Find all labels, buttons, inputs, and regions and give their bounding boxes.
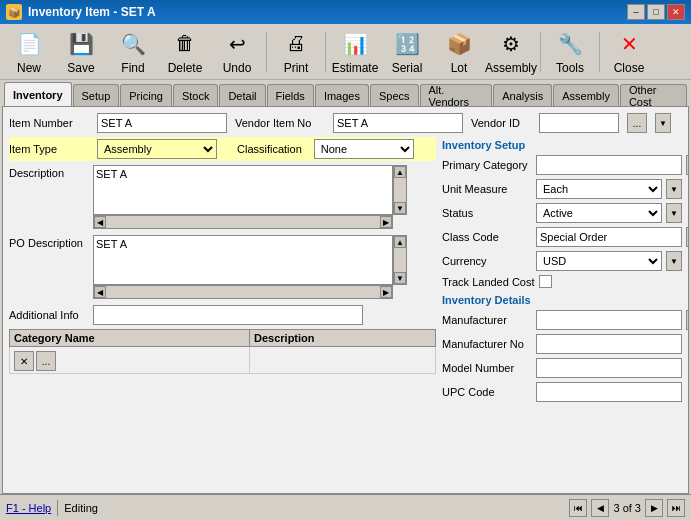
po-scroll-left[interactable]: ◀ xyxy=(94,286,106,298)
window-controls: – □ ✕ xyxy=(627,4,685,20)
cat-dots-button[interactable]: ... xyxy=(36,351,56,371)
manufacturer-label: Manufacturer xyxy=(442,314,532,326)
po-scroll-down[interactable]: ▼ xyxy=(394,272,406,284)
desc-scroll-right[interactable]: ▶ xyxy=(380,216,392,228)
primary-category-label: Primary Category xyxy=(442,159,532,171)
manufacturer-row: Manufacturer ... ▼ xyxy=(442,310,682,330)
manufacturer-dots-button[interactable]: ... xyxy=(686,310,689,330)
assembly-icon: ⚙ xyxy=(496,29,526,59)
desc-scroll-up[interactable]: ▲ xyxy=(394,166,406,178)
item-type-select[interactable]: Assembly xyxy=(97,139,217,159)
desc-scroll-down[interactable]: ▼ xyxy=(394,202,406,214)
po-description-textarea[interactable]: SET A xyxy=(93,235,393,285)
manufacturer-no-label: Manufacturer No xyxy=(442,338,532,350)
manufacturer-no-input[interactable] xyxy=(536,334,682,354)
undo-button[interactable]: ↩ Undo xyxy=(212,27,262,77)
delete-icon: 🗑 xyxy=(170,29,200,59)
currency-select[interactable]: USD xyxy=(536,251,662,271)
tab-fields[interactable]: Fields xyxy=(267,84,314,106)
nav-first-button[interactable]: ⏮ xyxy=(569,499,587,517)
cat-delete-button[interactable]: ✕ xyxy=(14,351,34,371)
unit-measure-dropdown[interactable]: ▼ xyxy=(666,179,682,199)
navigation-controls: ⏮ ◀ 3 of 3 ▶ ⏭ xyxy=(569,499,685,517)
tab-images[interactable]: Images xyxy=(315,84,369,106)
tab-pricing[interactable]: Pricing xyxy=(120,84,172,106)
description-textarea[interactable]: SET A xyxy=(93,165,393,215)
tab-stock[interactable]: Stock xyxy=(173,84,219,106)
status-select[interactable]: Active xyxy=(536,203,662,223)
currency-dropdown[interactable]: ▼ xyxy=(666,251,682,271)
class-code-dots-button[interactable]: ... xyxy=(686,227,689,247)
unit-measure-label: Unit Measure xyxy=(442,183,532,195)
status-label: Status xyxy=(442,207,532,219)
title-bar: 📦 Inventory Item - SET A – □ ✕ xyxy=(0,0,691,24)
toolbar-sep-2 xyxy=(325,32,326,72)
save-icon: 💾 xyxy=(66,29,96,59)
po-scroll-right[interactable]: ▶ xyxy=(380,286,392,298)
tab-alt-vendors[interactable]: Alt. Vendors xyxy=(420,84,493,106)
find-button[interactable]: 🔍 Find xyxy=(108,27,158,77)
estimate-icon: 📊 xyxy=(340,29,370,59)
additional-info-input[interactable] xyxy=(93,305,363,325)
vendor-id-label: Vendor ID xyxy=(471,117,531,129)
toolbar-sep-1 xyxy=(266,32,267,72)
minimize-button[interactable]: – xyxy=(627,4,645,20)
maximize-button[interactable]: □ xyxy=(647,4,665,20)
vendor-id-input[interactable] xyxy=(539,113,619,133)
nav-prev-button[interactable]: ◀ xyxy=(591,499,609,517)
new-icon: 📄 xyxy=(14,29,44,59)
model-number-input[interactable] xyxy=(536,358,682,378)
find-icon: 🔍 xyxy=(118,29,148,59)
close-toolbar-icon: ✕ xyxy=(614,29,644,59)
tab-analysis[interactable]: Analysis xyxy=(493,84,552,106)
vendor-item-input[interactable] xyxy=(333,113,463,133)
close-toolbar-button[interactable]: ✕ Close xyxy=(604,27,654,77)
primary-category-input[interactable] xyxy=(536,155,682,175)
window-title: Inventory Item - SET A xyxy=(28,5,156,19)
tab-setup[interactable]: Setup xyxy=(73,84,120,106)
class-code-input[interactable] xyxy=(536,227,682,247)
upc-code-input[interactable] xyxy=(536,382,682,402)
table-row: ✕ ... xyxy=(10,347,436,374)
category-table: Category Name Description ✕ ... xyxy=(9,329,436,374)
lot-button[interactable]: 📦 Lot xyxy=(434,27,484,77)
classification-label: Classification xyxy=(237,143,302,155)
classification-select[interactable]: None xyxy=(314,139,414,159)
po-scroll-up[interactable]: ▲ xyxy=(394,236,406,248)
track-landed-cost-checkbox[interactable] xyxy=(539,275,552,288)
serial-button[interactable]: 🔢 Serial xyxy=(382,27,432,77)
print-button[interactable]: 🖨 Print xyxy=(271,27,321,77)
primary-category-dropdown[interactable]: ▼ xyxy=(686,155,689,175)
nav-last-button[interactable]: ⏭ xyxy=(667,499,685,517)
inventory-details-title: Inventory Details xyxy=(442,294,682,306)
vendor-id-dropdown-button[interactable]: ▼ xyxy=(655,113,671,133)
save-button[interactable]: 💾 Save xyxy=(56,27,106,77)
status-dropdown[interactable]: ▼ xyxy=(666,203,682,223)
main-content: Item Number Vendor Item No Vendor ID ...… xyxy=(2,106,689,494)
unit-measure-select[interactable]: Each xyxy=(536,179,662,199)
desc-scroll-left[interactable]: ◀ xyxy=(94,216,106,228)
close-button[interactable]: ✕ xyxy=(667,4,685,20)
currency-row: Currency USD ▼ xyxy=(442,251,682,271)
status-editing: Editing xyxy=(64,502,98,514)
nav-next-button[interactable]: ▶ xyxy=(645,499,663,517)
tab-inventory[interactable]: Inventory xyxy=(4,82,72,106)
status-sep-1 xyxy=(57,500,58,516)
assembly-button[interactable]: ⚙ Assembly xyxy=(486,27,536,77)
left-panel: Item Type Assembly Classification None D… xyxy=(9,137,436,406)
item-number-input[interactable] xyxy=(97,113,227,133)
tab-assembly[interactable]: Assembly xyxy=(553,84,619,106)
track-landed-cost-row: Track Landed Cost xyxy=(442,275,682,288)
tab-detail[interactable]: Detail xyxy=(219,84,265,106)
help-link[interactable]: F1 - Help xyxy=(6,502,51,514)
tab-other-cost[interactable]: Other Cost xyxy=(620,84,687,106)
estimate-button[interactable]: 📊 Estimate xyxy=(330,27,380,77)
class-code-row: Class Code ... ▼ xyxy=(442,227,682,247)
delete-button[interactable]: 🗑 Delete xyxy=(160,27,210,77)
manufacturer-input[interactable] xyxy=(536,310,682,330)
tab-specs[interactable]: Specs xyxy=(370,84,419,106)
track-landed-cost-label: Track Landed Cost xyxy=(442,276,535,288)
tools-button[interactable]: 🔧 Tools xyxy=(545,27,595,77)
vendor-id-dots-button[interactable]: ... xyxy=(627,113,647,133)
new-button[interactable]: 📄 New xyxy=(4,27,54,77)
